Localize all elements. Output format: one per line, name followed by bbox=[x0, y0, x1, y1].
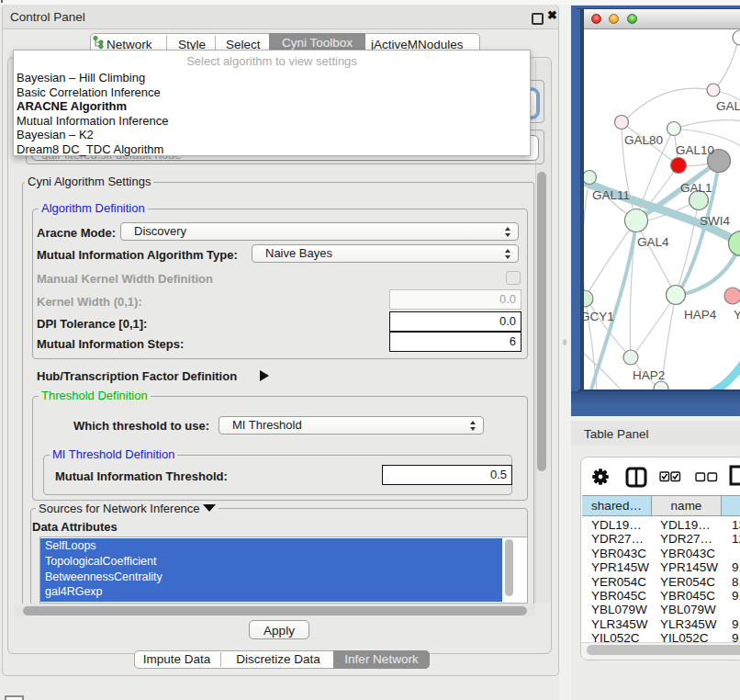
svg-text:GAL10: GAL10 bbox=[676, 143, 714, 157]
svg-text:HAP4: HAP4 bbox=[684, 308, 717, 322]
svg-text:SWI4: SWI4 bbox=[700, 214, 730, 228]
svg-text:Y: Y bbox=[734, 308, 740, 322]
svg-text:GAL80: GAL80 bbox=[624, 133, 663, 147]
svg-text:GAL2: GAL2 bbox=[716, 99, 740, 113]
svg-text:GAL1: GAL1 bbox=[680, 181, 712, 195]
svg-text:HAP2: HAP2 bbox=[633, 368, 665, 382]
svg-text:GCY1: GCY1 bbox=[584, 310, 614, 323]
svg-text:GAL11: GAL11 bbox=[592, 188, 630, 202]
svg-text:GAL4: GAL4 bbox=[637, 235, 669, 249]
